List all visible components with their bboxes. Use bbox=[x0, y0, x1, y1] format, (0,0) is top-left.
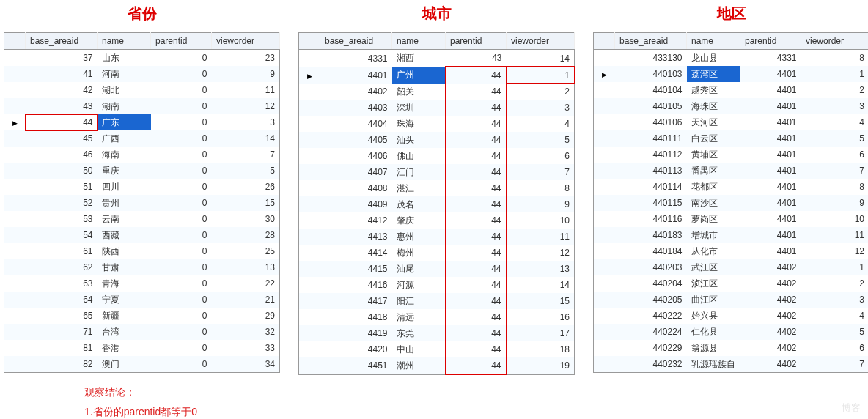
col-header[interactable]: base_areaid bbox=[615, 33, 687, 50]
table-row[interactable]: 440184从化市440112 bbox=[594, 243, 869, 259]
cell-vieworder: 7 bbox=[801, 163, 869, 179]
notes-block: 观察结论： 1.省份的parentid都等于0 2.城市的parentid等于省… bbox=[4, 382, 868, 419]
table-row[interactable]: 4401广州441 bbox=[299, 67, 575, 84]
table-row[interactable]: 61陕西025 bbox=[4, 243, 280, 259]
table-row[interactable]: 4420中山4418 bbox=[299, 341, 575, 357]
cell-parentid: 0 bbox=[151, 114, 212, 130]
table-row[interactable]: 440114花都区44018 bbox=[594, 179, 869, 195]
cell-id: 440114 bbox=[615, 179, 687, 195]
col-header[interactable]: parentid bbox=[446, 33, 507, 50]
city-table[interactable]: base_areaidnameparentidvieworder4331湘西43… bbox=[298, 32, 575, 375]
table-row[interactable]: 440203武江区44021 bbox=[594, 259, 869, 275]
table-row[interactable]: 4402韶关442 bbox=[299, 84, 575, 100]
cell-parentid: 44 bbox=[446, 229, 507, 245]
cell-parentid: 43 bbox=[446, 50, 507, 67]
cell-parentid: 0 bbox=[151, 82, 212, 98]
table-row[interactable]: 50重庆05 bbox=[4, 163, 280, 179]
table-row[interactable]: 4412肇庆4410 bbox=[299, 212, 575, 229]
table-row[interactable]: 81香港033 bbox=[4, 340, 280, 356]
table-row[interactable]: 4417阳江4415 bbox=[299, 293, 575, 309]
table-row[interactable]: 4407江门447 bbox=[299, 164, 575, 180]
col-header[interactable]: name bbox=[98, 33, 151, 50]
table-row[interactable]: 82澳门034 bbox=[4, 356, 280, 373]
table-row[interactable]: 63青海022 bbox=[4, 275, 280, 292]
cell-vieworder: 29 bbox=[212, 308, 280, 324]
table-row[interactable]: 440111白云区44015 bbox=[594, 130, 869, 147]
table-row[interactable]: 51四川026 bbox=[4, 179, 280, 195]
cell-vieworder: 5 bbox=[801, 130, 869, 147]
table-row[interactable]: 4414梅州4412 bbox=[299, 245, 575, 261]
col-header[interactable]: name bbox=[392, 33, 446, 50]
table-row[interactable]: 42湖北011 bbox=[4, 82, 280, 98]
table-row[interactable]: 440183增城市440111 bbox=[594, 227, 869, 243]
table-row[interactable]: 71台湾032 bbox=[4, 324, 280, 340]
cell-vieworder: 34 bbox=[212, 356, 280, 373]
cell-name: 增城市 bbox=[687, 227, 740, 243]
col-header[interactable]: parentid bbox=[151, 33, 212, 50]
cell-vieworder: 28 bbox=[212, 227, 280, 243]
cell-vieworder: 7 bbox=[212, 147, 280, 163]
col-header[interactable] bbox=[299, 33, 320, 50]
table-row[interactable]: 4415汕尾4413 bbox=[299, 261, 575, 277]
col-header[interactable]: base_areaid bbox=[26, 33, 98, 50]
table-row[interactable]: 4418清远4416 bbox=[299, 309, 575, 325]
table-row[interactable]: 4331湘西4314 bbox=[299, 50, 575, 67]
cell-name: 越秀区 bbox=[687, 82, 740, 98]
table-row[interactable]: 44广东03 bbox=[4, 114, 280, 130]
table-row[interactable]: 4404珠海444 bbox=[299, 116, 575, 132]
table-row[interactable]: 440229翁源县44026 bbox=[594, 340, 869, 356]
table-row[interactable]: 4405汕头445 bbox=[299, 132, 575, 148]
col-header[interactable]: vieworder bbox=[507, 33, 575, 50]
table-row[interactable]: 46海南07 bbox=[4, 147, 280, 163]
table-row[interactable]: 4406佛山446 bbox=[299, 148, 575, 164]
table-row[interactable]: 62甘肃013 bbox=[4, 259, 280, 275]
table-row[interactable]: 65新疆029 bbox=[4, 308, 280, 324]
cell-id: 82 bbox=[26, 356, 98, 373]
table-row[interactable]: 41河南09 bbox=[4, 66, 280, 82]
table-row[interactable]: 440112黄埔区44016 bbox=[594, 147, 869, 163]
cell-id: 4420 bbox=[320, 341, 392, 357]
table-row[interactable]: 4403深圳443 bbox=[299, 100, 575, 116]
province-table[interactable]: base_areaidnameparentidvieworder37山东0234… bbox=[4, 32, 280, 373]
table-row[interactable]: 440105海珠区44013 bbox=[594, 98, 869, 114]
table-row[interactable]: 440106天河区44014 bbox=[594, 114, 869, 130]
table-row[interactable]: 64宁夏021 bbox=[4, 292, 280, 308]
cell-name: 河源 bbox=[392, 277, 446, 293]
table-row[interactable]: 45广西014 bbox=[4, 130, 280, 147]
table-row[interactable]: 440224仁化县44025 bbox=[594, 324, 869, 340]
cell-name: 白云区 bbox=[687, 130, 740, 147]
col-header[interactable]: name bbox=[687, 33, 740, 50]
col-header[interactable]: parentid bbox=[740, 33, 801, 50]
table-row[interactable]: 52贵州015 bbox=[4, 195, 280, 211]
table-row[interactable]: 433130龙山县43318 bbox=[594, 50, 869, 67]
table-row[interactable]: 43湖南012 bbox=[4, 98, 280, 114]
col-header[interactable]: vieworder bbox=[801, 33, 869, 50]
table-row[interactable]: 440222始兴县44024 bbox=[594, 308, 869, 324]
table-row[interactable]: 4409茂名449 bbox=[299, 196, 575, 212]
col-header[interactable] bbox=[4, 33, 26, 50]
district-table[interactable]: base_areaidnameparentidvieworder433130龙山… bbox=[593, 32, 868, 373]
col-header[interactable] bbox=[594, 33, 615, 50]
cell-name: 花都区 bbox=[687, 179, 740, 195]
cell-id: 51 bbox=[26, 179, 98, 195]
table-row[interactable]: 440116萝岗区440110 bbox=[594, 211, 869, 227]
table-row[interactable]: 440232乳源瑶族自44027 bbox=[594, 356, 869, 373]
table-row[interactable]: 54西藏028 bbox=[4, 227, 280, 243]
table-row[interactable]: 4451潮州4419 bbox=[299, 357, 575, 374]
table-row[interactable]: 440204浈江区44022 bbox=[594, 275, 869, 292]
table-row[interactable]: 440113番禺区44017 bbox=[594, 163, 869, 179]
table-row[interactable]: 4413惠州4411 bbox=[299, 229, 575, 245]
table-row[interactable]: 4408湛江448 bbox=[299, 180, 575, 196]
cell-name: 翁源县 bbox=[687, 340, 740, 356]
table-row[interactable]: 440115南沙区44019 bbox=[594, 195, 869, 211]
table-row[interactable]: 37山东023 bbox=[4, 50, 280, 67]
cell-vieworder: 2 bbox=[801, 82, 869, 98]
col-header[interactable]: base_areaid bbox=[320, 33, 392, 50]
table-row[interactable]: 440104越秀区44012 bbox=[594, 82, 869, 98]
table-row[interactable]: 440205曲江区44023 bbox=[594, 292, 869, 308]
table-row[interactable]: 440103荔湾区44011 bbox=[594, 66, 869, 82]
table-row[interactable]: 53云南030 bbox=[4, 211, 280, 227]
col-header[interactable]: vieworder bbox=[212, 33, 280, 50]
table-row[interactable]: 4419东莞4417 bbox=[299, 325, 575, 341]
table-row[interactable]: 4416河源4414 bbox=[299, 277, 575, 293]
